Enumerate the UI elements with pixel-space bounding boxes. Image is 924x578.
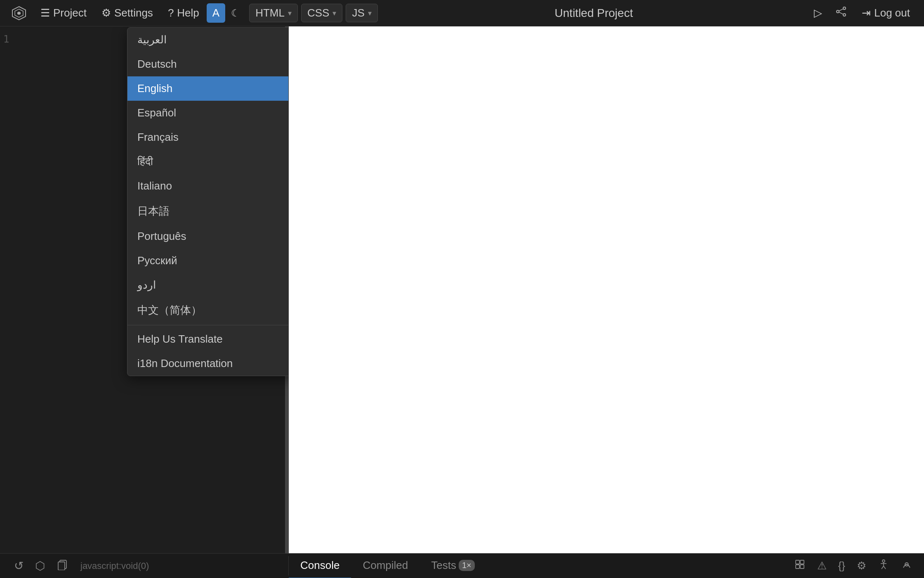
status-text: javascript:void(0) [74, 561, 156, 571]
undo-button[interactable]: ↺ [8, 557, 29, 575]
accessibility-icon-button[interactable] [873, 556, 894, 576]
js-tab-dropdown[interactable]: JS ▾ [346, 4, 377, 22]
language-item-français[interactable]: Français [127, 125, 289, 149]
help-icon: ? [168, 7, 174, 19]
css-label: CSS [307, 7, 329, 19]
help-button[interactable]: ? Help [160, 3, 207, 23]
main-content: 1 العربيةDeutschEnglishEspañolFrançaisहि… [0, 26, 924, 553]
i18n-docs-item[interactable]: i18n Documentation ↗ [127, 351, 289, 376]
html-label: HTML [255, 7, 285, 19]
logout-button[interactable]: ⇥ Log out [856, 3, 916, 23]
logout-icon: ⇥ [862, 7, 871, 19]
dropdown-divider [127, 325, 289, 325]
svg-rect-12 [796, 565, 799, 569]
svg-rect-9 [58, 562, 65, 570]
settings-icon: ⚙ [101, 7, 111, 19]
css-tab-dropdown[interactable]: CSS ▾ [301, 4, 342, 22]
bottombar: ↺ ⬡ javascript:void(0) ConsoleCompiledTe… [0, 553, 924, 578]
settings-button[interactable]: ⚙ Settings [94, 3, 160, 23]
svg-point-4 [837, 10, 839, 13]
bottombar-right: ConsoleCompiledTests1× ⚠ {} ⚙ [289, 554, 924, 578]
format-icon-button[interactable]: {} [833, 557, 850, 575]
project-title-input[interactable] [512, 7, 676, 20]
tab-badge: 1× [459, 560, 475, 571]
broadcast-icon-button[interactable] [896, 556, 917, 576]
svg-rect-13 [800, 565, 804, 569]
chevron-down-icon: ▾ [288, 9, 292, 18]
language-button[interactable]: A [207, 3, 225, 23]
preview-panel [289, 26, 924, 553]
project-button[interactable]: ☰ Project [33, 3, 94, 23]
menu-icon: ☰ [40, 7, 50, 19]
language-icon: A [212, 7, 219, 19]
svg-line-17 [882, 566, 884, 569]
svg-marker-2 [17, 12, 21, 15]
assets-icon-button[interactable] [789, 556, 811, 576]
html-tab-dropdown[interactable]: HTML ▾ [249, 4, 298, 22]
warning-icon-button[interactable]: ⚠ [812, 557, 832, 575]
logo-icon[interactable] [8, 2, 30, 24]
line-number-1: 1 [3, 33, 9, 45]
settings-label: Settings [114, 7, 153, 19]
editor-panel: 1 العربيةDeutschEnglishEspañolFrançaisहि… [0, 26, 289, 553]
topbar-right-actions: ▷ ⇥ Log out [810, 3, 916, 23]
svg-point-14 [882, 560, 885, 562]
language-item-中文（简体）[interactable]: 中文（简体） [127, 297, 289, 323]
theme-toggle-button[interactable]: ☾ [225, 4, 246, 22]
svg-line-7 [839, 12, 843, 14]
language-item-english[interactable]: English [127, 76, 289, 101]
bottom-tab-console[interactable]: Console [289, 554, 351, 578]
settings-icon-button[interactable]: ⚙ [852, 557, 871, 575]
run-button[interactable]: ▷ [810, 4, 826, 22]
svg-rect-10 [796, 560, 799, 564]
project-label: Project [53, 7, 87, 19]
language-item-русский[interactable]: Русский [127, 249, 289, 273]
chevron-down-icon: ▾ [368, 9, 372, 18]
language-item-deutsch[interactable]: Deutsch [127, 52, 289, 76]
svg-line-6 [839, 9, 843, 11]
language-item-اردو[interactable]: اردو [127, 273, 289, 297]
svg-point-5 [843, 14, 846, 16]
bottom-tab-compiled[interactable]: Compiled [351, 554, 420, 578]
help-translate-label: Help Us Translate [137, 333, 223, 346]
language-item-español[interactable]: Español [127, 101, 289, 125]
help-translate-item[interactable]: Help Us Translate ↗ [127, 327, 289, 351]
topbar: ☰ Project ⚙ Settings ? Help A ☾ HTML ▾ C… [0, 0, 924, 26]
language-item-português[interactable]: Português [127, 224, 289, 249]
share-icon [835, 7, 847, 20]
language-item-हिंदी[interactable]: हिंदी [127, 149, 289, 174]
language-dropdown-menu: العربيةDeutschEnglishEspañolFrançaisहिंद… [127, 27, 289, 376]
line-numbers: 1 [0, 26, 20, 52]
share-button[interactable] [831, 3, 851, 23]
moon-icon: ☾ [231, 7, 240, 19]
js-label: JS [352, 7, 364, 19]
svg-line-18 [884, 566, 886, 569]
svg-rect-11 [800, 560, 804, 564]
bottom-tab-tests[interactable]: Tests1× [420, 554, 486, 578]
logout-label: Log out [874, 7, 910, 19]
project-title-area [378, 7, 810, 20]
copy-button[interactable]: ⬡ [29, 557, 51, 575]
i18n-docs-label: i18n Documentation [137, 357, 233, 370]
language-item-日本語[interactable]: 日本語 [127, 198, 289, 224]
language-item-العربية[interactable]: العربية [127, 28, 289, 52]
clipboard-button[interactable] [51, 556, 74, 576]
chevron-down-icon: ▾ [332, 9, 336, 18]
svg-point-3 [843, 7, 846, 9]
bottombar-right-icons: ⚠ {} ⚙ [789, 556, 924, 576]
run-icon: ▷ [814, 7, 822, 19]
bottombar-left: ↺ ⬡ javascript:void(0) [0, 556, 289, 576]
help-label: Help [177, 7, 199, 19]
language-item-italiano[interactable]: Italiano [127, 174, 289, 198]
